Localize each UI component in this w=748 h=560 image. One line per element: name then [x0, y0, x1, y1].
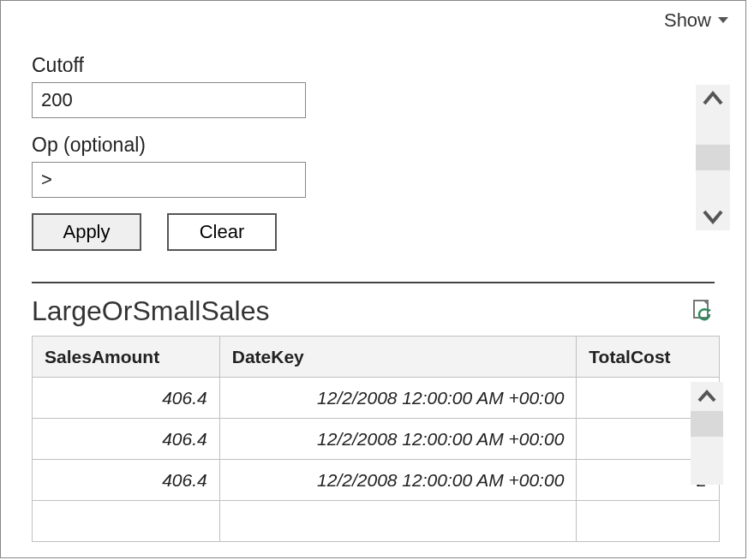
show-label: Show [664, 9, 711, 32]
cutoff-input[interactable] [32, 82, 306, 118]
results-table: SalesAmount DateKey TotalCost 406.4 12/2… [32, 336, 720, 542]
col-header-date[interactable]: DateKey [219, 337, 577, 378]
scrollbar-thumb[interactable] [696, 145, 730, 170]
table-scrollbar[interactable] [691, 382, 723, 485]
table-row[interactable]: 406.4 12/2/2008 12:00:00 AM +00:00 2 [33, 419, 720, 460]
refresh-icon[interactable] [691, 299, 715, 325]
table-header-row: SalesAmount DateKey TotalCost [33, 337, 720, 378]
table-row[interactable]: 406.4 12/2/2008 12:00:00 AM +00:00 2 [33, 378, 720, 419]
col-header-total[interactable]: TotalCost [577, 337, 720, 378]
cell-date: 12/2/2008 12:00:00 AM +00:00 [219, 378, 577, 419]
clear-button[interactable]: Clear [167, 213, 277, 251]
cutoff-label: Cutoff [32, 54, 715, 77]
cell-total [577, 501, 720, 542]
op-label: Op (optional) [32, 134, 715, 157]
results-title: LargeOrSmallSales [32, 295, 269, 327]
divider [32, 282, 715, 283]
scroll-up-icon[interactable] [701, 85, 725, 112]
scroll-up-icon[interactable] [696, 382, 718, 411]
col-header-sales[interactable]: SalesAmount [33, 337, 220, 378]
cell-sales: 406.4 [33, 378, 220, 419]
cell-sales: 406.4 [33, 460, 220, 501]
op-input[interactable] [32, 162, 306, 198]
cell-date: 12/2/2008 12:00:00 AM +00:00 [219, 460, 577, 501]
table-row[interactable]: 406.4 12/2/2008 12:00:00 AM +00:00 2 [33, 460, 720, 501]
params-scrollbar[interactable] [696, 85, 730, 230]
table-row[interactable] [33, 501, 720, 542]
cell-sales [33, 501, 220, 542]
show-dropdown[interactable]: Show [664, 9, 728, 32]
cell-date [219, 501, 577, 542]
scroll-down-icon[interactable] [701, 203, 725, 230]
cell-sales: 406.4 [33, 419, 220, 460]
scrollbar-thumb[interactable] [691, 411, 723, 437]
svg-marker-0 [718, 17, 728, 23]
apply-button[interactable]: Apply [32, 213, 141, 251]
cell-date: 12/2/2008 12:00:00 AM +00:00 [219, 419, 577, 460]
caret-down-icon [718, 15, 728, 27]
